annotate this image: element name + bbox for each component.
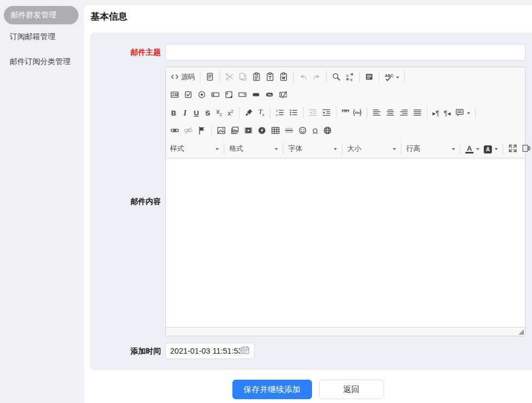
action-buttons: 保存并继续添加 返回 (84, 380, 532, 399)
maximize-icon (508, 144, 517, 153)
bulleted-list-button[interactable] (287, 106, 300, 119)
toolbar-button-label: 源码 (181, 72, 195, 82)
insert-checkbox-button[interactable] (181, 88, 195, 101)
svg-text:2: 2 (276, 113, 277, 117)
special-char-icon: Ω (312, 126, 319, 136)
subscript-button[interactable]: x2 (213, 105, 225, 121)
source-button[interactable]: 源码 (168, 71, 197, 84)
chevron-down-icon (476, 148, 479, 152)
language-button[interactable] (453, 106, 472, 119)
insert-hidden-field-button[interactable] (276, 88, 290, 101)
table-icon (271, 126, 280, 135)
redo-button (310, 71, 323, 83)
dir-rtl-icon: ¶◂ (444, 108, 451, 118)
sidebar-item-mail-subscribe-category-management[interactable]: 邮件订阅分类管理 (0, 49, 81, 74)
dir-ltr-icon: ▸¶ (432, 108, 439, 118)
text-direction-ltr-button[interactable]: ▸¶ (430, 106, 442, 119)
align-right-button[interactable] (397, 106, 411, 119)
align-left-icon (372, 108, 381, 117)
textarea-icon (224, 90, 233, 99)
maximize-button[interactable] (506, 142, 520, 155)
editor-content[interactable] (166, 158, 525, 327)
select-all-button[interactable] (362, 71, 376, 83)
show-blocks-button[interactable] (520, 142, 532, 155)
background-color-button[interactable]: A (482, 142, 500, 155)
find-button[interactable] (329, 71, 343, 83)
remove-format-button[interactable]: Tx (256, 105, 267, 121)
templates-button[interactable] (203, 71, 217, 83)
subscript-icon: x2 (216, 106, 223, 119)
line-height-combo[interactable]: 行高 (404, 143, 457, 155)
insert-text-field-button[interactable] (209, 88, 222, 101)
sidebar-item-mail-mass-management[interactable]: 邮件群发管理 (4, 6, 79, 24)
add-time-input[interactable] (170, 347, 241, 355)
flash-button[interactable] (255, 124, 269, 137)
link-icon (170, 126, 179, 135)
align-justify-button[interactable] (411, 106, 424, 119)
toolbar-separator (401, 143, 401, 154)
table-button[interactable] (269, 124, 282, 137)
align-left-button[interactable] (370, 106, 384, 119)
align-center-button[interactable] (384, 106, 397, 119)
insert-textarea-button[interactable] (222, 88, 236, 101)
video-button[interactable] (242, 124, 255, 137)
select-all-icon (365, 72, 374, 81)
content-label: 邮件内容 (90, 67, 165, 336)
link-button[interactable] (168, 124, 181, 137)
insert-radio-button[interactable] (195, 88, 209, 101)
image-gallery-icon (230, 126, 239, 135)
chevron-down-icon (467, 112, 470, 116)
replace-button[interactable]: ba (343, 71, 356, 83)
insert-form-button[interactable] (168, 88, 181, 101)
special-character-button[interactable]: Ω (309, 124, 321, 137)
form-icon (170, 90, 179, 99)
resize-handle-icon[interactable] (518, 329, 524, 335)
calendar-icon[interactable] (241, 346, 250, 357)
toolbar-separator (342, 143, 342, 154)
image-button[interactable] (215, 124, 228, 137)
paste-as-text-button[interactable] (263, 71, 277, 83)
format-combo[interactable]: 格式 (227, 143, 280, 155)
italic-button[interactable]: I (179, 106, 191, 119)
numbered-list-button[interactable]: 12 (273, 106, 287, 119)
spellcheck-button[interactable]: ABC (382, 71, 401, 83)
font-size-combo[interactable]: 大小 (345, 143, 398, 155)
cut-button (223, 71, 236, 83)
indent-button[interactable] (320, 106, 333, 119)
paste-button[interactable] (250, 71, 263, 83)
underline-button[interactable]: U (191, 106, 202, 119)
save-and-continue-button[interactable]: 保存并继续添加 (232, 380, 312, 399)
bullet-list-icon (289, 108, 298, 117)
insert-image-button-button[interactable] (263, 88, 276, 101)
toolbar-separator (293, 71, 294, 82)
sidebar-item-subscribe-mailbox-management[interactable]: 订阅邮箱管理 (0, 24, 81, 49)
anchor-icon (197, 126, 206, 135)
superscript-button[interactable]: x2 (225, 106, 236, 119)
text-direction-rtl-button[interactable]: ¶◂ (442, 106, 453, 119)
copy-formatting-button[interactable] (242, 106, 256, 119)
smiley-button[interactable] (296, 124, 309, 137)
subject-input[interactable] (165, 44, 525, 61)
back-button[interactable]: 返回 (319, 380, 384, 399)
editor-footer (166, 327, 525, 336)
subject-label: 邮件主题 (90, 44, 165, 61)
font-combo[interactable]: 字体 (286, 143, 339, 155)
insert-select-button[interactable] (236, 88, 249, 101)
chevron-down-icon (452, 148, 455, 152)
anchor-button[interactable] (195, 124, 209, 137)
strikethrough-button[interactable]: S (202, 106, 213, 119)
div-container-button[interactable]: DIV (351, 106, 364, 119)
blockquote-button[interactable]: ”” (339, 106, 351, 119)
horizontal-rule-icon (284, 126, 294, 135)
text-color-button[interactable]: A (463, 142, 482, 155)
radio-icon (197, 90, 206, 99)
horizontal-rule-button[interactable] (282, 124, 296, 137)
bold-button[interactable]: B (168, 106, 179, 119)
styles-combo[interactable]: 样式 (168, 143, 221, 155)
paste-icon (252, 72, 261, 81)
paste-from-word-button[interactable] (277, 71, 290, 83)
image-gallery-button[interactable] (228, 124, 242, 137)
svg-text:DIV: DIV (355, 111, 360, 114)
insert-button-button[interactable] (249, 88, 263, 101)
iframe-button[interactable] (321, 124, 334, 137)
